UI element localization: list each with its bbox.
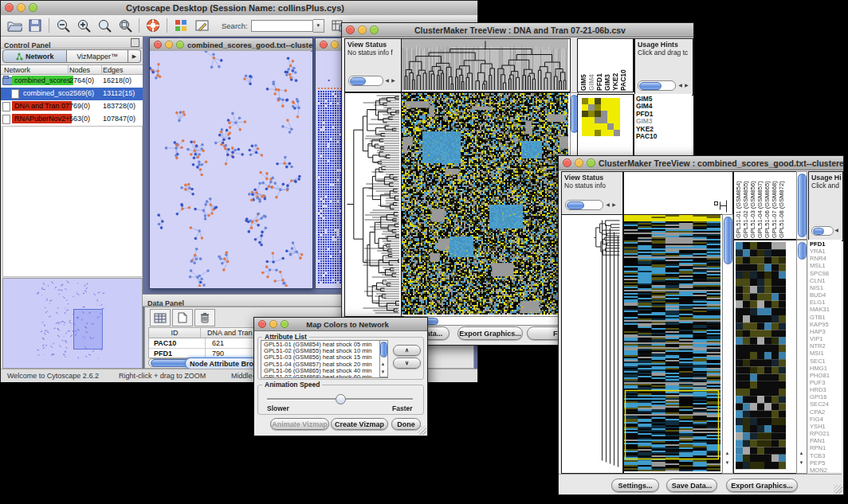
scroll-right-arrow[interactable]: ▶ [683, 83, 690, 88]
gene-label[interactable]: MAK31 [810, 306, 842, 313]
row-dendrogram-canvas[interactable] [562, 215, 621, 471]
row-label[interactable]: PAC10 [636, 133, 692, 140]
column-label[interactable]: GIM5 [579, 41, 587, 91]
scroll-up-arrow[interactable]: ▲ [798, 451, 805, 455]
gene-label[interactable]: FIG4 [810, 416, 842, 423]
column-label[interactable]: GPL51-07 (GSM868) [771, 174, 778, 238]
vizmapper-icon[interactable] [171, 17, 190, 34]
scroll-up-arrow[interactable]: ▲ [379, 361, 387, 366]
row-dendrogram-canvas[interactable] [345, 93, 399, 315]
gene-label[interactable]: SEC1 [810, 357, 842, 365]
matrix-cell[interactable] [582, 130, 588, 136]
gene-label[interactable]: RPN1 [810, 444, 842, 451]
save-button[interactable] [26, 17, 45, 34]
matrix-cell[interactable] [595, 98, 601, 104]
matrix-cell[interactable] [588, 123, 595, 130]
open-file-button[interactable] [5, 17, 24, 34]
matrix-cell[interactable] [614, 98, 620, 104]
gene-label[interactable]: HMG1 [810, 365, 842, 372]
treeview1-title-bar[interactable]: ClusterMaker TreeView : DNA and Tran 07-… [342, 23, 693, 37]
view-status-scrollbar[interactable] [348, 76, 383, 86]
column-label[interactable]: GPL51-03 (GSM856) [749, 174, 756, 238]
network-tree-row[interactable]: DNA and Tran 07769(0)183728(0) [1, 100, 143, 113]
scroll-up-arrow[interactable]: ▲ [724, 451, 731, 455]
column-label[interactable]: GPL51-08 (GSM872) [778, 174, 785, 238]
gene-label[interactable]: RPO21 [810, 430, 842, 437]
minimize-button[interactable] [575, 158, 583, 167]
gene-label[interactable]: MON2 [810, 467, 842, 472]
tab-vizmapper[interactable]: VizMapper™ [67, 49, 128, 63]
heatmap-panel[interactable] [401, 92, 571, 317]
column-dendrogram-panel[interactable] [401, 38, 571, 92]
gene-label[interactable]: PHO81 [810, 372, 842, 379]
create-vizmap-button[interactable]: Create Vizmap [331, 418, 388, 430]
help-icon[interactable] [143, 17, 163, 34]
matrix-cell[interactable] [601, 104, 607, 111]
gene-label[interactable]: SEC24 [810, 400, 842, 408]
network-overview-panel[interactable] [2, 278, 143, 369]
gene-label[interactable]: RNR4 [810, 255, 842, 262]
network-tree-row[interactable]: combined_sco2569(6)13112(15) [1, 88, 143, 100]
matrix-cell[interactable] [614, 130, 620, 136]
gene-label[interactable]: PUF3 [810, 379, 842, 386]
usage-hints-scrollbar[interactable] [638, 80, 676, 91]
export-graphics-button[interactable]: Export Graphics... [726, 479, 798, 492]
minimize-button[interactable] [358, 25, 367, 34]
zoom-heatmap-scrollbar[interactable]: ▲ ▼ [796, 240, 807, 474]
matrix-cell[interactable] [595, 123, 601, 130]
matrix-cell[interactable] [614, 117, 620, 123]
matrix-cell[interactable] [595, 130, 601, 136]
save-data-button[interactable]: Save Data... [666, 479, 717, 492]
row-dendrogram-panel[interactable] [561, 214, 623, 474]
network-overview-canvas[interactable] [3, 279, 140, 366]
heatmap-canvas[interactable] [402, 93, 568, 315]
scroll-left-arrow[interactable]: ◀ [833, 228, 840, 232]
gene-label[interactable]: PAN1 [810, 437, 842, 444]
zoom-selected-button[interactable] [116, 17, 135, 34]
column-label[interactable]: GPL51-02 (GSM855) [742, 174, 749, 238]
scroll-down-arrow[interactable]: ▼ [798, 460, 805, 465]
settings-button[interactable]: Settings... [611, 479, 659, 492]
export-graphics-button[interactable]: Export Graphics... [457, 326, 523, 340]
matrix-cell[interactable] [582, 123, 588, 130]
gene-label[interactable]: GPI16 [810, 393, 842, 400]
column-label[interactable]: GPL51-06 (GSM865) [764, 174, 771, 238]
network-tree-row[interactable]: RNAPuberNov2+563(0)107847(0) [1, 113, 143, 126]
animate-vizmap-button[interactable]: Animate Vizmap [270, 418, 329, 430]
animation-speed-slider[interactable] [267, 394, 413, 404]
close-button[interactable] [563, 158, 571, 167]
gene-label[interactable]: VIP1 [810, 335, 842, 342]
resize-grip[interactable] [834, 485, 842, 494]
treeview2-title-bar[interactable]: ClusterMaker TreeView : combined_scores_… [559, 156, 843, 170]
matrix-cell[interactable] [601, 123, 607, 130]
attribute-item[interactable]: GPL51-07 (GSM868) heat shock 60 min [261, 374, 387, 378]
matrix-cell[interactable] [607, 111, 614, 117]
matrix-cell[interactable] [607, 98, 614, 104]
gene-label[interactable]: GTB1 [810, 314, 842, 321]
zoom-button[interactable] [370, 25, 379, 34]
column-label[interactable]: GIM3 [603, 41, 611, 91]
close-button[interactable] [154, 41, 162, 49]
gene-label[interactable]: CLN1 [810, 277, 842, 284]
gene-label[interactable]: NIS1 [810, 284, 842, 291]
network-tree-empty-area[interactable] [2, 126, 143, 277]
slider-thumb[interactable] [336, 394, 346, 404]
matrix-cell[interactable] [607, 117, 614, 123]
network-view-title-bar[interactable]: combined_scores_good.txt--cluste... [150, 38, 312, 52]
column-label[interactable]: GPL51-04 (GSM857) [756, 174, 764, 238]
gene-label[interactable]: HRD3 [810, 386, 842, 393]
attribute-listbox[interactable]: GPL51-01 (GSM854) heat shock 05 minGPL51… [261, 340, 388, 378]
matrix-cell[interactable] [607, 130, 614, 136]
dialog-title-bar[interactable]: Map Colors to Network [254, 318, 427, 331]
gene-label[interactable]: KAP95 [810, 321, 842, 328]
zoom-button[interactable] [281, 320, 289, 328]
matrix-cell[interactable] [582, 111, 588, 117]
column-label[interactable]: YKE2 [611, 41, 619, 91]
matrix-cell[interactable] [588, 104, 595, 111]
heatmap-panel[interactable] [623, 214, 723, 474]
zoom-button[interactable] [587, 158, 595, 167]
network-tree-row[interactable]: combined_scores2764(0)16218(0) [1, 75, 143, 88]
main-title-bar[interactable]: Cytoscape Desktop (Session Name: collins… [1, 1, 477, 16]
minimize-button[interactable] [269, 320, 277, 328]
column-label[interactable]: GPL51-01 (GSM854) [735, 174, 742, 238]
